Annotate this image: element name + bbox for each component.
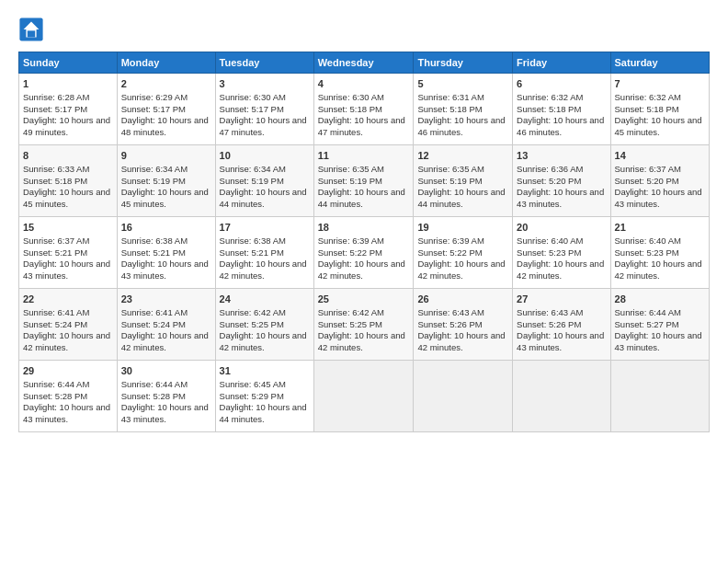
day-cell: 17Sunrise: 6:38 AMSunset: 5:21 PMDayligh… [215,217,313,289]
week-row-2: 8Sunrise: 6:33 AMSunset: 5:18 PMDaylight… [19,145,710,217]
day-cell [610,361,709,432]
day-cell: 1Sunrise: 6:28 AMSunset: 5:17 PMDaylight… [19,74,118,145]
day-cell [513,361,610,432]
day-cell: 27Sunrise: 6:43 AMSunset: 5:26 PMDayligh… [513,289,610,361]
day-number: 17 [220,221,310,235]
day-cell: 12Sunrise: 6:35 AMSunset: 5:19 PMDayligh… [414,145,513,217]
day-number: 16 [121,221,211,235]
header-row: SundayMondayTuesdayWednesdayThursdayFrid… [19,52,710,74]
day-cell: 19Sunrise: 6:39 AMSunset: 5:22 PMDayligh… [414,217,513,289]
page: SundayMondayTuesdayWednesdayThursdayFrid… [0,0,728,563]
day-cell: 25Sunrise: 6:42 AMSunset: 5:25 PMDayligh… [313,289,414,361]
day-number: 31 [220,364,310,378]
header-cell-thursday: Thursday [414,52,513,74]
day-number: 21 [615,221,705,235]
day-number: 15 [23,221,113,235]
day-number: 28 [615,293,705,306]
day-number: 4 [318,77,410,91]
day-cell: 4Sunrise: 6:30 AMSunset: 5:18 PMDaylight… [313,74,414,145]
day-number: 22 [23,293,113,306]
day-number: 29 [23,364,113,378]
day-cell: 21Sunrise: 6:40 AMSunset: 5:23 PMDayligh… [610,217,709,289]
day-cell: 15Sunrise: 6:37 AMSunset: 5:21 PMDayligh… [19,217,118,289]
day-cell: 11Sunrise: 6:35 AMSunset: 5:19 PMDayligh… [313,145,414,217]
day-number: 6 [517,77,606,91]
day-cell: 5Sunrise: 6:31 AMSunset: 5:18 PMDaylight… [414,74,513,145]
day-cell: 26Sunrise: 6:43 AMSunset: 5:26 PMDayligh… [414,289,513,361]
day-cell: 18Sunrise: 6:39 AMSunset: 5:22 PMDayligh… [313,217,414,289]
day-number: 25 [318,293,410,306]
week-row-1: 1Sunrise: 6:28 AMSunset: 5:17 PMDaylight… [19,74,710,145]
header-cell-sunday: Sunday [19,52,118,74]
day-cell: 24Sunrise: 6:42 AMSunset: 5:25 PMDayligh… [215,289,313,361]
week-row-4: 22Sunrise: 6:41 AMSunset: 5:24 PMDayligh… [19,289,710,361]
header-cell-friday: Friday [513,52,610,74]
day-number: 8 [23,149,113,163]
calendar-body: 1Sunrise: 6:28 AMSunset: 5:17 PMDaylight… [19,74,710,432]
day-number: 9 [121,149,211,163]
day-cell: 14Sunrise: 6:37 AMSunset: 5:20 PMDayligh… [610,145,709,217]
day-cell: 2Sunrise: 6:29 AMSunset: 5:17 PMDaylight… [117,74,215,145]
day-cell: 13Sunrise: 6:36 AMSunset: 5:20 PMDayligh… [513,145,610,217]
week-row-5: 29Sunrise: 6:44 AMSunset: 5:28 PMDayligh… [19,361,710,432]
day-cell: 8Sunrise: 6:33 AMSunset: 5:18 PMDaylight… [19,145,118,217]
day-cell [313,361,414,432]
day-number: 20 [517,221,606,235]
day-cell: 20Sunrise: 6:40 AMSunset: 5:23 PMDayligh… [513,217,610,289]
day-number: 19 [417,221,508,235]
day-cell: 29Sunrise: 6:44 AMSunset: 5:28 PMDayligh… [19,361,118,432]
logo-icon [18,17,44,42]
day-number: 24 [220,293,310,306]
day-number: 13 [517,149,606,163]
header-cell-monday: Monday [117,52,215,74]
day-number: 1 [23,77,113,91]
header [18,17,710,42]
week-row-3: 15Sunrise: 6:37 AMSunset: 5:21 PMDayligh… [19,217,710,289]
logo [18,17,48,42]
day-cell: 23Sunrise: 6:41 AMSunset: 5:24 PMDayligh… [117,289,215,361]
day-cell: 28Sunrise: 6:44 AMSunset: 5:27 PMDayligh… [610,289,709,361]
day-cell: 9Sunrise: 6:34 AMSunset: 5:19 PMDaylight… [117,145,215,217]
day-cell: 16Sunrise: 6:38 AMSunset: 5:21 PMDayligh… [117,217,215,289]
header-cell-tuesday: Tuesday [215,52,313,74]
day-cell: 30Sunrise: 6:44 AMSunset: 5:28 PMDayligh… [117,361,215,432]
header-cell-saturday: Saturday [610,52,709,74]
header-cell-wednesday: Wednesday [313,52,414,74]
day-cell: 22Sunrise: 6:41 AMSunset: 5:24 PMDayligh… [19,289,118,361]
calendar-table: SundayMondayTuesdayWednesdayThursdayFrid… [18,52,710,432]
calendar-header: SundayMondayTuesdayWednesdayThursdayFrid… [19,52,710,74]
day-number: 18 [318,221,410,235]
day-cell: 3Sunrise: 6:30 AMSunset: 5:17 PMDaylight… [215,74,313,145]
day-cell: 7Sunrise: 6:32 AMSunset: 5:18 PMDaylight… [610,74,709,145]
svg-rect-2 [28,30,35,37]
day-number: 12 [417,149,508,163]
day-number: 11 [318,149,410,163]
day-number: 14 [615,149,705,163]
day-number: 5 [417,77,508,91]
day-number: 23 [121,293,211,306]
day-number: 3 [220,77,310,91]
day-cell: 31Sunrise: 6:45 AMSunset: 5:29 PMDayligh… [215,361,313,432]
day-number: 10 [220,149,310,163]
day-cell: 6Sunrise: 6:32 AMSunset: 5:18 PMDaylight… [513,74,610,145]
day-cell: 10Sunrise: 6:34 AMSunset: 5:19 PMDayligh… [215,145,313,217]
day-number: 2 [121,77,211,91]
day-number: 27 [517,293,606,306]
day-number: 30 [121,364,211,378]
day-number: 26 [417,293,508,306]
day-cell [414,361,513,432]
day-number: 7 [615,77,705,91]
